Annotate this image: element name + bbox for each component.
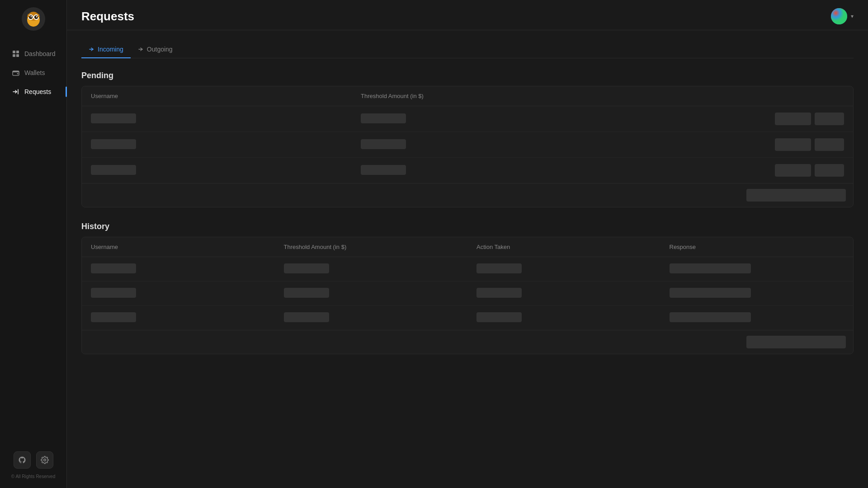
pending-row1-username — [82, 106, 352, 132]
history-row1-response — [660, 257, 854, 282]
pending-col-actions — [660, 86, 853, 106]
history-row3-username — [82, 306, 275, 330]
table-row — [82, 282, 853, 306]
pending-table: Username Threshold Amount (in $) — [82, 86, 853, 183]
svg-rect-13 — [16, 51, 19, 53]
svg-point-22 — [831, 8, 847, 24]
svg-rect-12 — [13, 51, 15, 53]
pending-pagination-skeleton[interactable] — [746, 189, 846, 202]
tabs-container: Incoming Outgoing — [81, 41, 854, 58]
history-pagination-skeleton[interactable] — [746, 336, 846, 348]
wallets-icon — [12, 69, 20, 77]
svg-rect-14 — [13, 54, 15, 57]
pending-row1-actions — [660, 106, 853, 132]
history-col-action-taken: Action Taken — [467, 237, 660, 257]
pending-row2-action1[interactable] — [775, 138, 811, 151]
sidebar-item-requests-label: Requests — [24, 88, 51, 95]
pending-col-username: Username — [82, 86, 352, 106]
table-row — [82, 257, 853, 282]
pending-row3-username — [82, 158, 352, 183]
history-row2-response — [660, 282, 854, 306]
app-logo — [22, 7, 45, 31]
incoming-tab-icon — [89, 46, 95, 52]
history-row1-action — [467, 257, 660, 282]
pending-row1-threshold — [352, 106, 660, 132]
user-profile-button[interactable]: ▾ — [831, 8, 854, 24]
history-col-response: Response — [660, 237, 854, 257]
copyright-text: © All Rights Reserved — [11, 474, 55, 479]
settings-button[interactable] — [36, 451, 53, 469]
pending-row3-threshold — [352, 158, 660, 183]
tab-outgoing-label: Outgoing — [147, 46, 173, 53]
table-row — [82, 132, 853, 158]
svg-rect-17 — [13, 71, 19, 72]
svg-rect-15 — [16, 54, 19, 57]
history-row3-response — [660, 306, 854, 330]
sidebar-nav: Dashboard Wallets Requests — [0, 45, 66, 100]
svg-point-21 — [43, 459, 46, 461]
pending-row3-action1[interactable] — [775, 164, 811, 177]
sidebar-item-wallets-label: Wallets — [24, 69, 45, 76]
history-row1-threshold — [275, 257, 468, 282]
pending-row3-actions — [660, 158, 853, 183]
sidebar-item-requests[interactable]: Requests — [4, 83, 63, 100]
history-table: Username Threshold Amount (in $) Action … — [82, 237, 853, 330]
table-row — [82, 106, 853, 132]
sidebar-bottom-icons — [14, 451, 53, 469]
pending-row1-action2[interactable] — [815, 113, 844, 125]
requests-icon — [12, 88, 20, 96]
history-col-username: Username — [82, 237, 275, 257]
history-row1-username — [82, 257, 275, 282]
chevron-down-icon: ▾ — [851, 13, 854, 19]
svg-point-7 — [30, 16, 32, 18]
svg-point-18 — [17, 73, 19, 75]
history-pagination — [82, 330, 853, 354]
pending-row2-actions — [660, 132, 853, 158]
main-content: Requests ▾ — [67, 0, 868, 488]
header: Requests ▾ — [67, 0, 868, 30]
pending-row2-username — [82, 132, 352, 158]
pending-heading: Pending — [81, 71, 854, 80]
github-button[interactable] — [14, 451, 31, 469]
pending-table-container: Username Threshold Amount (in $) — [81, 86, 854, 207]
history-row3-threshold — [275, 306, 468, 330]
pending-pagination — [82, 183, 853, 207]
svg-point-8 — [36, 16, 37, 18]
history-row2-username — [82, 282, 275, 306]
outgoing-tab-icon — [138, 46, 144, 52]
history-heading: History — [81, 222, 854, 231]
table-row — [82, 306, 853, 330]
pending-row2-threshold — [352, 132, 660, 158]
tab-outgoing[interactable]: Outgoing — [131, 41, 180, 58]
table-row — [82, 158, 853, 183]
sidebar-item-wallets[interactable]: Wallets — [4, 64, 63, 81]
history-row3-action — [467, 306, 660, 330]
history-row2-threshold — [275, 282, 468, 306]
tab-incoming[interactable]: Incoming — [81, 41, 131, 58]
page-title: Requests — [81, 9, 134, 23]
sidebar-item-dashboard-label: Dashboard — [24, 50, 56, 57]
dashboard-icon — [12, 50, 20, 58]
pending-row3-action2[interactable] — [815, 164, 844, 177]
pending-row1-action1[interactable] — [775, 113, 811, 125]
pending-row2-action2[interactable] — [815, 138, 844, 151]
user-avatar — [831, 8, 847, 24]
history-row2-action — [467, 282, 660, 306]
history-table-container: Username Threshold Amount (in $) Action … — [81, 237, 854, 354]
sidebar-bottom: © All Rights Reserved — [0, 451, 66, 488]
history-col-threshold: Threshold Amount (in $) — [275, 237, 468, 257]
sidebar: Dashboard Wallets Requests — [0, 0, 67, 488]
sidebar-item-dashboard[interactable]: Dashboard — [4, 45, 63, 62]
pending-col-threshold: Threshold Amount (in $) — [352, 86, 660, 106]
content-area: Incoming Outgoing Pending Username — [67, 30, 868, 488]
tab-incoming-label: Incoming — [98, 46, 123, 53]
